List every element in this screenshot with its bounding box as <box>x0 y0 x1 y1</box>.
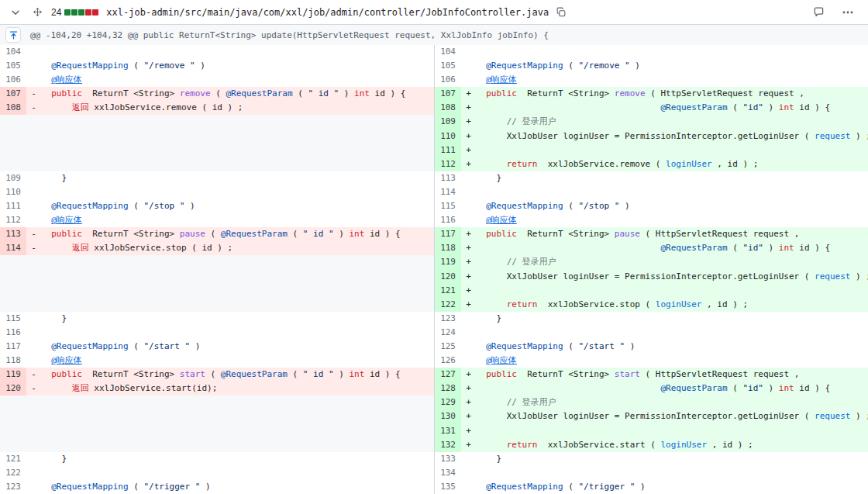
diff-cell-new: 110+ XxlJobUser loginUser = PermissionIn… <box>434 130 868 143</box>
code-line <box>41 298 434 312</box>
diff-cell-old: 113- public ReturnT <String> pause ( @Re… <box>0 227 434 241</box>
line-number[interactable]: 104 <box>0 45 26 59</box>
code-line <box>41 409 434 423</box>
collapse-file-chevron-icon[interactable] <box>8 5 23 20</box>
line-number[interactable]: 109 <box>0 171 26 185</box>
line-number <box>0 284 26 298</box>
diff-row: 108- 返回 xxlJobService.remove ( id ) ;108… <box>0 101 868 115</box>
line-number[interactable]: 115 <box>0 312 26 326</box>
line-number[interactable]: 116 <box>435 213 461 227</box>
diff-marker: + <box>461 424 476 438</box>
code-line <box>41 424 434 438</box>
diff-row: 119+ // 登录用户 <box>0 255 868 269</box>
line-number[interactable]: 112 <box>435 157 461 171</box>
line-number[interactable]: 127 <box>435 368 461 382</box>
diff-cell-new: 112+ return xxlJobService.remove ( login… <box>434 157 868 171</box>
line-number[interactable]: 116 <box>0 326 26 340</box>
line-number[interactable]: 114 <box>0 241 26 255</box>
expand-hunk-button[interactable] <box>5 27 21 43</box>
diff-cell-old: 123 @RequestMapping ( "/trigger " ) <box>0 480 434 494</box>
diff-marker <box>461 213 476 227</box>
line-number[interactable]: 114 <box>435 185 461 199</box>
line-number[interactable]: 119 <box>435 255 461 269</box>
line-number[interactable]: 131 <box>435 424 461 438</box>
line-number[interactable]: 122 <box>435 298 461 312</box>
diff-cell-old <box>0 438 434 452</box>
line-number[interactable]: 120 <box>435 270 461 284</box>
code-line: @RequestMapping ( "/trigger " ) <box>476 480 868 494</box>
diff-row: 114- 返回 xxlJobService.stop ( id ) ;118+ … <box>0 241 868 255</box>
line-number[interactable]: 124 <box>435 326 461 340</box>
line-number[interactable]: 108 <box>435 101 461 115</box>
line-number[interactable]: 105 <box>0 59 26 73</box>
diff-marker <box>26 59 41 73</box>
line-number[interactable]: 120 <box>0 382 26 396</box>
line-number[interactable]: 110 <box>435 130 461 143</box>
code-line: @RequestMapping ( "/remove " ) <box>476 59 868 73</box>
line-number[interactable]: 121 <box>0 452 26 466</box>
comment-icon[interactable] <box>811 5 826 20</box>
diff-row: 118 @响应体126 @响应体 <box>0 354 868 368</box>
diff-cell-old <box>0 255 434 269</box>
line-number[interactable]: 129 <box>435 396 461 409</box>
kebab-menu-icon[interactable] <box>840 5 856 20</box>
diff-row: 132+ return xxlJobService.start ( loginU… <box>0 438 868 452</box>
diff-row: 120+ XxlJobUser loginUser = PermissionIn… <box>0 270 868 284</box>
diffstat-count: 24 <box>51 7 61 18</box>
line-number[interactable]: 118 <box>0 354 26 368</box>
line-number[interactable]: 117 <box>0 340 26 354</box>
diff-row: 115 }123 } <box>0 312 868 326</box>
line-number[interactable]: 135 <box>435 480 461 494</box>
diff-marker: + <box>461 382 476 396</box>
diff-cell-old <box>0 270 434 284</box>
code-line: public ReturnT <String> start ( HttpServ… <box>476 368 868 382</box>
line-number[interactable]: 115 <box>435 199 461 213</box>
diff-marker: + <box>461 284 476 298</box>
line-number[interactable]: 105 <box>435 59 461 73</box>
line-number[interactable]: 107 <box>0 87 26 101</box>
code-line: public ReturnT <String> remove ( @Reques… <box>41 87 434 101</box>
line-number[interactable]: 106 <box>435 73 461 87</box>
line-number[interactable]: 106 <box>0 73 26 87</box>
diff-marker <box>26 452 41 466</box>
line-number[interactable]: 107 <box>435 87 461 101</box>
line-number[interactable]: 121 <box>435 284 461 298</box>
code-line: return xxlJobService.start ( loginUser ,… <box>476 438 868 452</box>
line-number[interactable]: 111 <box>435 143 461 157</box>
line-number[interactable]: 104 <box>435 45 461 59</box>
line-number[interactable]: 113 <box>0 227 26 241</box>
diff-marker <box>461 466 476 480</box>
line-number[interactable]: 109 <box>435 115 461 129</box>
code-line: } <box>41 452 434 466</box>
line-number[interactable]: 126 <box>435 354 461 368</box>
line-number[interactable]: 130 <box>435 409 461 423</box>
diff-cell-old: 117 @RequestMapping ( "/start " ) <box>0 340 434 354</box>
diff-row: 116124 <box>0 326 868 340</box>
line-number[interactable]: 119 <box>0 368 26 382</box>
code-line <box>41 438 434 452</box>
line-number[interactable]: 128 <box>435 382 461 396</box>
line-number[interactable]: 133 <box>435 452 461 466</box>
code-line: } <box>476 452 868 466</box>
line-number[interactable]: 122 <box>0 466 26 480</box>
line-number[interactable]: 123 <box>435 312 461 326</box>
line-number[interactable]: 123 <box>0 480 26 494</box>
code-line <box>476 326 868 340</box>
diff-row: 129+ // 登录用户 <box>0 396 868 409</box>
line-number[interactable]: 134 <box>435 466 461 480</box>
diff-cell-old <box>0 424 434 438</box>
line-number[interactable]: 117 <box>435 227 461 241</box>
line-number[interactable]: 118 <box>435 241 461 255</box>
line-number[interactable]: 113 <box>435 171 461 185</box>
line-number[interactable]: 111 <box>0 199 26 213</box>
code-line <box>41 45 434 59</box>
line-number[interactable]: 125 <box>435 340 461 354</box>
move-handle-icon[interactable] <box>29 5 45 20</box>
diff-marker <box>461 312 476 326</box>
diff-cell-new: 106 @响应体 <box>434 73 868 87</box>
line-number[interactable]: 132 <box>435 438 461 452</box>
line-number[interactable]: 110 <box>0 185 26 199</box>
line-number[interactable]: 112 <box>0 213 26 227</box>
copy-path-icon[interactable] <box>553 5 569 20</box>
line-number[interactable]: 108 <box>0 101 26 115</box>
